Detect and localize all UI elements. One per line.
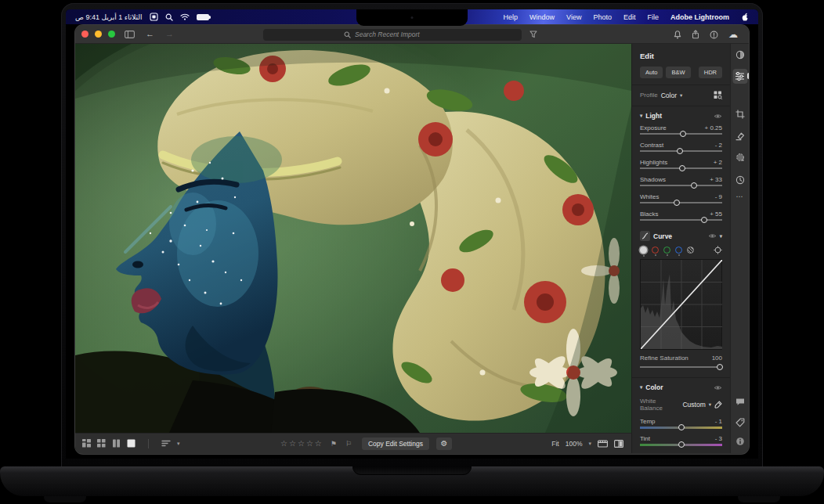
curve-visibility-eye-icon[interactable] bbox=[708, 233, 717, 239]
flag-pick-icon[interactable]: ⚑ bbox=[331, 440, 338, 448]
battery-icon[interactable] bbox=[197, 14, 209, 20]
bw-button[interactable]: B&W bbox=[666, 67, 690, 78]
more-tools-icon[interactable]: ⋯ bbox=[736, 193, 744, 200]
channel-parametric-button[interactable] bbox=[687, 247, 694, 254]
curve-target-icon[interactable] bbox=[714, 246, 722, 254]
slider-thumb[interactable] bbox=[679, 165, 685, 171]
hdr-button[interactable]: HDR bbox=[699, 67, 722, 78]
slider-thumb[interactable] bbox=[680, 131, 686, 137]
sort-order-icon[interactable] bbox=[161, 440, 171, 447]
search-input[interactable] bbox=[355, 31, 441, 38]
menu-edit[interactable]: Edit bbox=[623, 13, 636, 21]
curve-collapse-chevron-icon[interactable]: ▾ bbox=[720, 233, 722, 239]
slider-thumb[interactable] bbox=[674, 200, 680, 206]
versions-clock-icon[interactable] bbox=[735, 175, 745, 185]
whites-slider[interactable]: Whites - 9 bbox=[640, 189, 722, 206]
color-section-header[interactable]: ▾ Color bbox=[640, 383, 722, 391]
sort-chevron-icon[interactable]: ▾ bbox=[177, 441, 180, 447]
channel-green-button[interactable] bbox=[663, 247, 670, 254]
tone-curve-icon[interactable] bbox=[640, 231, 650, 241]
slider-thumb[interactable] bbox=[717, 364, 723, 370]
profile-chevron-icon[interactable]: ▾ bbox=[680, 92, 682, 99]
menu-file[interactable]: File bbox=[647, 13, 659, 21]
light-section-header[interactable]: ▾ Light bbox=[640, 112, 722, 120]
star-rating[interactable]: ☆☆☆☆☆ bbox=[280, 439, 323, 448]
slider-track[interactable] bbox=[640, 185, 722, 186]
slider-thumb[interactable] bbox=[677, 148, 683, 154]
edit-sliders-icon[interactable] bbox=[732, 69, 747, 84]
menu-photo[interactable]: Photo bbox=[593, 13, 612, 21]
before-after-view-icon[interactable] bbox=[614, 440, 623, 448]
forward-arrow-icon[interactable]: → bbox=[165, 30, 174, 38]
flag-reject-icon[interactable]: ⚐ bbox=[345, 440, 353, 448]
slider-track[interactable] bbox=[640, 219, 722, 221]
slider-thumb[interactable] bbox=[678, 441, 685, 448]
photo-grid-view-icon[interactable] bbox=[82, 439, 91, 448]
exposure-slider[interactable]: Exposure + 0.25 bbox=[640, 120, 722, 137]
back-arrow-icon[interactable]: ← bbox=[146, 30, 154, 38]
menu-view[interactable]: View bbox=[566, 13, 581, 21]
menu-window[interactable]: Window bbox=[529, 13, 555, 21]
blacks-slider[interactable]: Blacks + 55 bbox=[640, 206, 722, 223]
slider-label: Contrast bbox=[640, 142, 663, 149]
copy-edit-settings-button[interactable]: Copy Edit Settings bbox=[362, 437, 429, 450]
channel-red-button[interactable] bbox=[652, 247, 659, 254]
close-window-button[interactable] bbox=[81, 31, 89, 38]
slider-track[interactable] bbox=[640, 366, 722, 368]
search-field[interactable] bbox=[263, 29, 522, 41]
refine-saturation-slider[interactable] bbox=[640, 363, 722, 371]
tone-curve-editor[interactable] bbox=[640, 259, 722, 350]
adjust-preset-icon[interactable] bbox=[735, 50, 745, 59]
compare-view-icon[interactable] bbox=[112, 439, 121, 448]
shadows-slider[interactable]: Shadows + 33 bbox=[640, 171, 722, 189]
filter-funnel-icon[interactable] bbox=[529, 31, 537, 38]
sync-status-icon[interactable] bbox=[710, 31, 718, 39]
zoom-chevron-icon[interactable]: ▾ bbox=[588, 441, 591, 447]
healing-brush-icon[interactable] bbox=[735, 131, 745, 141]
info-icon[interactable] bbox=[735, 437, 745, 446]
tint-slider[interactable]: Tint - 3 bbox=[640, 430, 722, 448]
zoom-window-button[interactable] bbox=[108, 31, 115, 38]
slider-thumb[interactable] bbox=[691, 182, 697, 189]
settings-gear-icon[interactable]: ⚙ bbox=[436, 437, 452, 450]
color-visibility-eye-icon[interactable] bbox=[714, 385, 722, 391]
auto-button[interactable]: Auto bbox=[640, 67, 663, 78]
curve-section-header[interactable]: Curve ▾ bbox=[640, 231, 722, 241]
filmstrip-toggle-icon[interactable] bbox=[598, 440, 608, 448]
zoom-level-value[interactable]: 100% bbox=[566, 440, 583, 448]
slider-thumb[interactable] bbox=[701, 217, 707, 223]
light-visibility-eye-icon[interactable] bbox=[714, 113, 722, 119]
sidebar-toggle-icon[interactable] bbox=[125, 31, 135, 38]
slider-thumb[interactable] bbox=[678, 424, 685, 430]
comments-icon[interactable] bbox=[735, 398, 745, 406]
cloud-sync-icon[interactable]: ☁ bbox=[728, 30, 738, 39]
slider-track[interactable] bbox=[640, 202, 722, 203]
zoom-fit-label[interactable]: Fit bbox=[551, 440, 558, 448]
profile-browser-icon[interactable] bbox=[714, 91, 722, 99]
menu-help[interactable]: Help bbox=[504, 13, 519, 21]
apple-menu-icon[interactable] bbox=[741, 13, 749, 22]
channel-blue-button[interactable] bbox=[675, 247, 682, 254]
wifi-icon[interactable] bbox=[180, 13, 190, 20]
highlights-slider[interactable]: Highlights + 2 bbox=[640, 154, 722, 171]
masking-icon[interactable] bbox=[735, 153, 745, 162]
menu-app-adobe-lightroom[interactable]: Adobe Lightroom bbox=[670, 13, 729, 21]
keywords-tag-icon[interactable] bbox=[735, 418, 745, 427]
photo-view-area[interactable]: ▾ ☆☆☆☆☆ ⚑ ⚐ Copy Edit Settings ⚙ Fit 100… bbox=[75, 44, 631, 453]
detail-view-icon[interactable] bbox=[127, 439, 136, 448]
white-balance-value[interactable]: Custom bbox=[682, 401, 705, 409]
white-balance-chevron-icon[interactable]: ▾ bbox=[709, 401, 711, 408]
profile-value[interactable]: Color bbox=[661, 92, 677, 99]
spotlight-search-icon[interactable] bbox=[165, 13, 173, 21]
share-icon[interactable] bbox=[692, 30, 699, 39]
temp-slider[interactable]: Temp - 1 bbox=[640, 413, 722, 430]
minimize-window-button[interactable] bbox=[95, 31, 102, 38]
contrast-slider[interactable]: Contrast - 2 bbox=[640, 137, 722, 154]
crop-icon[interactable] bbox=[735, 110, 745, 119]
input-source-icon[interactable] bbox=[150, 13, 158, 21]
channel-luminance-button[interactable] bbox=[640, 247, 647, 254]
clock-date-text[interactable]: الثلاثاء 1 أبريل 9:41 ص bbox=[75, 13, 143, 21]
eyedropper-icon[interactable] bbox=[714, 401, 722, 409]
notifications-bell-icon[interactable] bbox=[674, 31, 681, 39]
square-grid-view-icon[interactable] bbox=[97, 439, 106, 448]
